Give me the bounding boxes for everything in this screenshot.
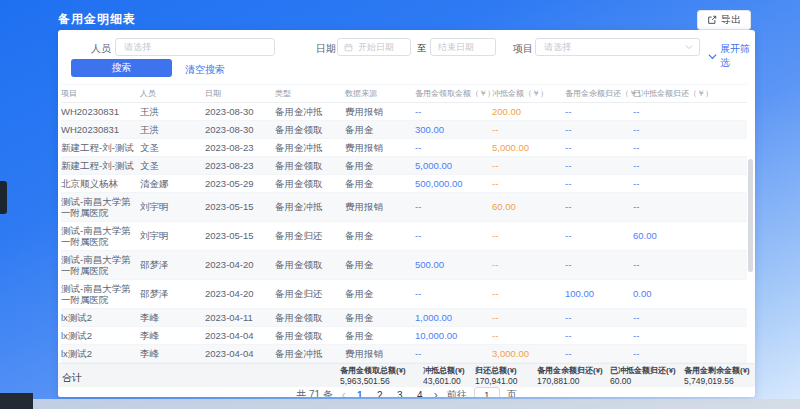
summary-item-value: 5,963,501.56: [340, 376, 406, 386]
cell-type: 备用金领取: [275, 157, 345, 175]
chevron-down-icon: [708, 53, 717, 60]
cell-person: 刘宇明: [140, 193, 205, 222]
cell-type: 备用金冲抵: [275, 139, 345, 157]
pagination: 共 71 条 ‹ 1234 › 前往 页: [58, 387, 755, 397]
table-row: lx测试2李峰2023-04-11备用金领取备用金1,000.00------: [61, 309, 747, 327]
cell-balance_return: --: [565, 139, 633, 157]
summary-item: 备用金剩余金额(¥)5,749,019.56: [684, 366, 750, 386]
cell-person: 李峰: [140, 309, 205, 327]
cell-balance_return: --: [565, 175, 633, 193]
cell-type: 备用金领取: [275, 121, 345, 139]
cell-person: 李峰: [140, 345, 205, 363]
next-page-button[interactable]: ›: [432, 388, 440, 397]
goto-label: 前往: [447, 388, 467, 397]
cell-offset: --: [492, 251, 565, 280]
cell-received: 500,000.00: [415, 175, 492, 193]
goto-page-input[interactable]: [474, 387, 500, 397]
cell-offset: --: [492, 327, 565, 345]
table-row: lx测试2李峰2023-04-04备用金领取备用金10,000.00------: [61, 327, 747, 345]
table-row: 测试-南昌大学第一附属医院刘宇明2023-05-15备用金冲抵费用报销--60.…: [61, 193, 747, 222]
cell-balance_return: --: [565, 345, 633, 363]
person-select-field[interactable]: [115, 38, 275, 56]
cell-offset_return: --: [633, 157, 747, 175]
cell-type: 备用金归还: [275, 280, 345, 309]
page-button[interactable]: 2: [375, 390, 385, 398]
cell-project: 测试-南昌大学第一附属医院: [61, 193, 140, 222]
table-row: 测试-南昌大学第一附属医院邵梦泽2023-04-20备用金归还备用金----10…: [61, 280, 747, 309]
search-button[interactable]: 搜索: [71, 59, 172, 77]
cell-date: 2023-04-04: [205, 327, 275, 345]
cell-received: 300.00: [415, 121, 492, 139]
project-select[interactable]: 请选择: [535, 38, 700, 56]
cell-source: 备用金: [345, 280, 415, 309]
table-row: 测试-南昌大学第一附属医院刘宇明2023-05-15备用金归还备用金------…: [61, 222, 747, 251]
cell-date: 2023-04-20: [205, 280, 275, 309]
cell-type: 备用金领取: [275, 175, 345, 193]
cell-type: 备用金领取: [275, 327, 345, 345]
cell-type: 备用金冲抵: [275, 345, 345, 363]
date-end-field[interactable]: 结束日期: [430, 38, 496, 56]
cell-balance_return: --: [565, 222, 633, 251]
cell-source: 费用报销: [345, 345, 415, 363]
page-buttons: 1234: [355, 390, 425, 398]
cell-project: WH20230831: [61, 121, 140, 139]
cell-received: 1,000.00: [415, 309, 492, 327]
project-label: 项目: [513, 42, 533, 56]
prev-page-button[interactable]: ‹: [340, 388, 348, 397]
summary-item-name: 归还总额(¥): [475, 366, 518, 376]
table-row: WH20230831王洪2023-08-30备用金领取备用金300.00----…: [61, 121, 747, 139]
cell-project: 北京顺义杨林: [61, 175, 140, 193]
vertical-scrollbar[interactable]: [748, 159, 753, 272]
clear-search-link[interactable]: 清空搜索: [185, 63, 225, 77]
summary-item: 已冲抵金额归还(¥)60.00: [610, 366, 676, 386]
cell-received: --: [415, 139, 492, 157]
cell-source: 备用金: [345, 222, 415, 251]
summary-item: 归还总额(¥)170,941.00: [475, 366, 518, 386]
cell-balance_return: --: [565, 309, 633, 327]
page-unit-label: 页: [507, 388, 517, 397]
summary-item-value: 43,601.00: [423, 376, 465, 386]
person-input[interactable]: [116, 39, 274, 55]
cell-date: 2023-05-15: [205, 222, 275, 251]
table-body: WH20230831王洪2023-08-30备用金冲抵费用报销--200.00-…: [61, 103, 747, 363]
cell-type: 备用金冲抵: [275, 103, 345, 121]
cell-source: 备用金: [345, 309, 415, 327]
column-header: 数据来源: [345, 85, 415, 103]
cell-date: 2023-05-29: [205, 175, 275, 193]
date-start-field[interactable]: 开始日期: [337, 38, 411, 56]
cell-project: 新建工程-刘-测试: [61, 157, 140, 175]
page-button[interactable]: 1: [355, 390, 365, 398]
cell-date: 2023-04-11: [205, 309, 275, 327]
pagination-total: 共 71 条: [296, 388, 333, 397]
cell-source: 备用金: [345, 251, 415, 280]
cell-offset: 5,000.00: [492, 139, 565, 157]
page-title: 备用金明细表: [58, 11, 136, 28]
date-to-separator: 至: [417, 42, 427, 55]
export-button[interactable]: 导出: [697, 10, 751, 30]
cell-offset_return: --: [633, 139, 747, 157]
cell-source: 费用报销: [345, 193, 415, 222]
cell-date: 2023-05-15: [205, 193, 275, 222]
cell-offset_return: --: [633, 251, 747, 280]
cell-person: 文圣: [140, 157, 205, 175]
cell-balance_return: --: [565, 103, 633, 121]
page-button[interactable]: 3: [395, 390, 405, 398]
summary-item-name: 冲抵总额(¥): [423, 366, 465, 376]
summary-item-value: 5,749,019.56: [684, 376, 750, 386]
cell-offset_return: --: [633, 345, 747, 363]
page-button[interactable]: 4: [415, 390, 425, 398]
cell-balance_return: --: [565, 327, 633, 345]
date-start-placeholder: 开始日期: [358, 41, 394, 54]
cell-balance_return: 100.00: [565, 280, 633, 309]
cell-source: 费用报销: [345, 103, 415, 121]
cell-offset_return: --: [633, 103, 747, 121]
cell-source: 备用金: [345, 175, 415, 193]
expand-filters-link[interactable]: 展开筛选: [708, 42, 755, 70]
side-drawer-handle[interactable]: [0, 181, 7, 214]
cell-date: 2023-04-04: [205, 345, 275, 363]
cell-source: 备用金: [345, 121, 415, 139]
table-row: 新建工程-刘-测试文圣2023-08-23备用金冲抵费用报销--5,000.00…: [61, 139, 747, 157]
cell-received: --: [415, 222, 492, 251]
filter-bar: 人员 日期 开始日期 至 结束日期 项目: [58, 30, 755, 84]
cell-date: 2023-08-23: [205, 139, 275, 157]
